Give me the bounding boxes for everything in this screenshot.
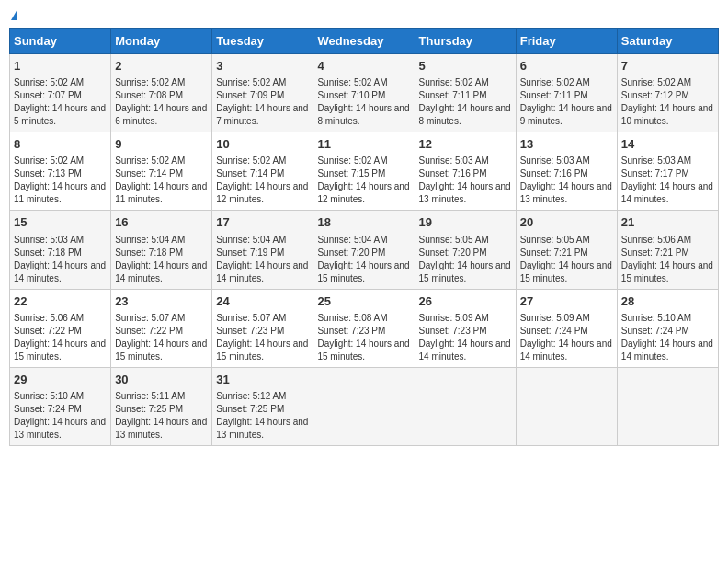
day-number: 3 [216, 58, 309, 75]
calendar-cell: 13Sunrise: 5:03 AMSunset: 7:16 PMDayligh… [516, 132, 617, 211]
calendar-cell: 1Sunrise: 5:02 AMSunset: 7:07 PMDaylight… [10, 54, 111, 132]
day-number: 6 [520, 58, 613, 75]
day-number: 22 [14, 293, 107, 310]
day-info: Sunrise: 5:06 AMSunset: 7:21 PMDaylight:… [621, 234, 714, 285]
calendar-cell: 16Sunrise: 5:04 AMSunset: 7:18 PMDayligh… [111, 211, 212, 289]
calendar-cell [415, 367, 516, 445]
day-info: Sunrise: 5:03 AMSunset: 7:17 PMDaylight:… [621, 155, 714, 206]
day-number: 11 [317, 136, 410, 153]
page-header [9, 9, 719, 20]
header-friday: Friday [516, 29, 617, 54]
day-number: 9 [115, 136, 208, 153]
day-number: 28 [621, 293, 714, 310]
calendar-cell: 7Sunrise: 5:02 AMSunset: 7:12 PMDaylight… [617, 54, 718, 132]
day-number: 12 [419, 136, 512, 153]
header-sunday: Sunday [10, 29, 111, 54]
calendar-week-2: 8Sunrise: 5:02 AMSunset: 7:13 PMDaylight… [10, 132, 719, 211]
day-number: 29 [14, 372, 107, 388]
day-number: 17 [216, 214, 309, 231]
day-info: Sunrise: 5:04 AMSunset: 7:19 PMDaylight:… [216, 234, 309, 285]
day-info: Sunrise: 5:02 AMSunset: 7:11 PMDaylight:… [419, 76, 512, 128]
day-info: Sunrise: 5:07 AMSunset: 7:23 PMDaylight:… [216, 312, 309, 363]
day-number: 19 [419, 214, 512, 231]
calendar-cell: 28Sunrise: 5:10 AMSunset: 7:24 PMDayligh… [617, 289, 718, 367]
day-info: Sunrise: 5:02 AMSunset: 7:12 PMDaylight:… [621, 76, 714, 128]
calendar-cell [617, 367, 718, 445]
day-number: 7 [621, 58, 714, 75]
day-info: Sunrise: 5:02 AMSunset: 7:08 PMDaylight:… [115, 76, 208, 128]
day-number: 23 [115, 293, 208, 310]
logo-icon [11, 9, 17, 20]
calendar-cell: 11Sunrise: 5:02 AMSunset: 7:15 PMDayligh… [313, 132, 415, 211]
calendar-body: 1Sunrise: 5:02 AMSunset: 7:07 PMDaylight… [10, 54, 719, 446]
day-number: 10 [216, 136, 309, 153]
day-number: 2 [115, 58, 208, 75]
header-wednesday: Wednesday [313, 29, 415, 54]
calendar-cell: 8Sunrise: 5:02 AMSunset: 7:13 PMDaylight… [10, 132, 111, 211]
calendar-cell: 21Sunrise: 5:06 AMSunset: 7:21 PMDayligh… [617, 211, 718, 289]
calendar-cell: 23Sunrise: 5:07 AMSunset: 7:22 PMDayligh… [111, 289, 212, 367]
calendar-cell: 10Sunrise: 5:02 AMSunset: 7:14 PMDayligh… [212, 132, 313, 211]
calendar-cell: 22Sunrise: 5:06 AMSunset: 7:22 PMDayligh… [10, 289, 111, 367]
header-saturday: Saturday [617, 29, 718, 54]
logo [9, 9, 17, 20]
day-number: 31 [216, 372, 309, 388]
day-number: 16 [115, 214, 208, 231]
calendar-header-row: SundayMondayTuesdayWednesdayThursdayFrid… [10, 29, 719, 54]
header-monday: Monday [111, 29, 212, 54]
day-info: Sunrise: 5:03 AMSunset: 7:16 PMDaylight:… [419, 155, 512, 206]
calendar-cell [313, 367, 415, 445]
calendar-table: SundayMondayTuesdayWednesdayThursdayFrid… [9, 28, 719, 446]
calendar-cell: 4Sunrise: 5:02 AMSunset: 7:10 PMDaylight… [313, 54, 415, 132]
day-info: Sunrise: 5:02 AMSunset: 7:13 PMDaylight:… [14, 155, 107, 206]
day-info: Sunrise: 5:03 AMSunset: 7:18 PMDaylight:… [14, 234, 107, 285]
calendar-cell: 14Sunrise: 5:03 AMSunset: 7:17 PMDayligh… [617, 132, 718, 211]
calendar-cell: 6Sunrise: 5:02 AMSunset: 7:11 PMDaylight… [516, 54, 617, 132]
day-number: 8 [14, 136, 107, 153]
calendar-cell: 25Sunrise: 5:08 AMSunset: 7:23 PMDayligh… [313, 289, 415, 367]
day-info: Sunrise: 5:02 AMSunset: 7:14 PMDaylight:… [115, 155, 208, 206]
day-number: 20 [520, 214, 613, 231]
day-info: Sunrise: 5:12 AMSunset: 7:25 PMDaylight:… [216, 390, 309, 442]
day-info: Sunrise: 5:07 AMSunset: 7:22 PMDaylight:… [115, 312, 208, 363]
day-number: 1 [14, 58, 107, 75]
day-number: 24 [216, 293, 309, 310]
day-info: Sunrise: 5:02 AMSunset: 7:09 PMDaylight:… [216, 76, 309, 128]
day-info: Sunrise: 5:04 AMSunset: 7:18 PMDaylight:… [115, 234, 208, 285]
header-tuesday: Tuesday [212, 29, 313, 54]
day-info: Sunrise: 5:06 AMSunset: 7:22 PMDaylight:… [14, 312, 107, 363]
calendar-cell: 17Sunrise: 5:04 AMSunset: 7:19 PMDayligh… [212, 211, 313, 289]
day-info: Sunrise: 5:05 AMSunset: 7:21 PMDaylight:… [520, 234, 613, 285]
day-number: 27 [520, 293, 613, 310]
calendar-cell: 9Sunrise: 5:02 AMSunset: 7:14 PMDaylight… [111, 132, 212, 211]
day-info: Sunrise: 5:02 AMSunset: 7:07 PMDaylight:… [14, 76, 107, 128]
day-number: 25 [317, 293, 410, 310]
day-number: 14 [621, 136, 714, 153]
calendar-cell: 5Sunrise: 5:02 AMSunset: 7:11 PMDaylight… [415, 54, 516, 132]
day-info: Sunrise: 5:02 AMSunset: 7:10 PMDaylight:… [317, 76, 410, 128]
calendar-cell: 29Sunrise: 5:10 AMSunset: 7:24 PMDayligh… [10, 367, 111, 445]
day-info: Sunrise: 5:10 AMSunset: 7:24 PMDaylight:… [621, 312, 714, 363]
calendar-week-1: 1Sunrise: 5:02 AMSunset: 7:07 PMDaylight… [10, 54, 719, 132]
header-thursday: Thursday [415, 29, 516, 54]
day-number: 13 [520, 136, 613, 153]
calendar-week-3: 15Sunrise: 5:03 AMSunset: 7:18 PMDayligh… [10, 211, 719, 289]
calendar-week-5: 29Sunrise: 5:10 AMSunset: 7:24 PMDayligh… [10, 367, 719, 445]
day-number: 5 [419, 58, 512, 75]
day-number: 30 [115, 372, 208, 388]
day-info: Sunrise: 5:09 AMSunset: 7:23 PMDaylight:… [419, 312, 512, 363]
day-number: 26 [419, 293, 512, 310]
calendar-cell: 15Sunrise: 5:03 AMSunset: 7:18 PMDayligh… [10, 211, 111, 289]
calendar-cell: 19Sunrise: 5:05 AMSunset: 7:20 PMDayligh… [415, 211, 516, 289]
calendar-week-4: 22Sunrise: 5:06 AMSunset: 7:22 PMDayligh… [10, 289, 719, 367]
day-info: Sunrise: 5:08 AMSunset: 7:23 PMDaylight:… [317, 312, 410, 363]
calendar-cell: 26Sunrise: 5:09 AMSunset: 7:23 PMDayligh… [415, 289, 516, 367]
day-info: Sunrise: 5:11 AMSunset: 7:25 PMDaylight:… [115, 390, 208, 442]
calendar-cell: 3Sunrise: 5:02 AMSunset: 7:09 PMDaylight… [212, 54, 313, 132]
calendar-cell: 18Sunrise: 5:04 AMSunset: 7:20 PMDayligh… [313, 211, 415, 289]
day-number: 18 [317, 214, 410, 231]
day-info: Sunrise: 5:09 AMSunset: 7:24 PMDaylight:… [520, 312, 613, 363]
day-info: Sunrise: 5:02 AMSunset: 7:15 PMDaylight:… [317, 155, 410, 206]
day-info: Sunrise: 5:10 AMSunset: 7:24 PMDaylight:… [14, 390, 107, 442]
day-info: Sunrise: 5:05 AMSunset: 7:20 PMDaylight:… [419, 234, 512, 285]
